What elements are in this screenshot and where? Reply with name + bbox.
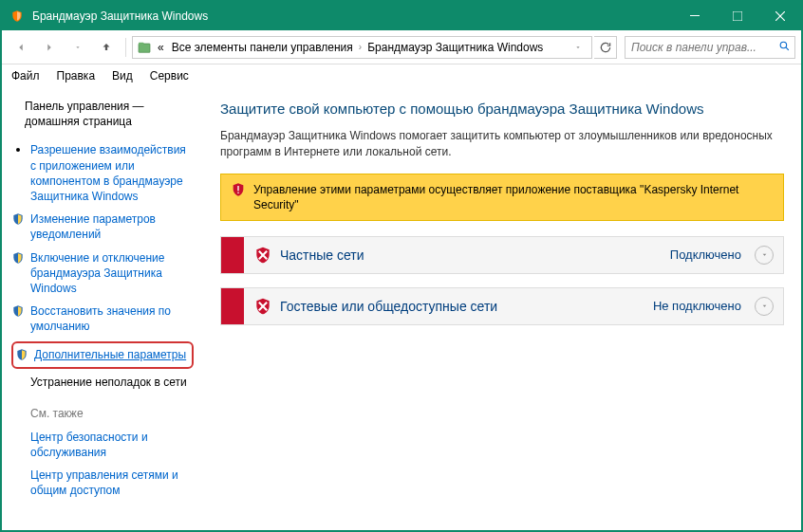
sidebar-link-security-center[interactable]: Центр безопасности и обслуживания <box>11 430 194 460</box>
status-strip <box>221 288 244 324</box>
menu-tools[interactable]: Сервис <box>150 69 189 83</box>
sidebar-item-label: Изменение параметров уведомлений <box>30 211 194 242</box>
breadcrumb-item-2[interactable]: Брандмауэр Защитника Windows <box>365 41 545 54</box>
breadcrumb-prefix: « <box>156 41 166 54</box>
svg-rect-1 <box>733 11 742 21</box>
status-strip <box>221 237 244 273</box>
forward-button[interactable] <box>36 34 63 61</box>
info-banner-text: Управление этими параметрами осуществляе… <box>253 182 774 212</box>
recent-dropdown[interactable] <box>65 34 91 61</box>
menu-view[interactable]: Вид <box>112 69 133 83</box>
page-description: Брандмауэр Защитника Windows помогает за… <box>220 128 784 160</box>
svg-rect-4 <box>139 44 150 52</box>
shield-icon <box>11 251 25 265</box>
minimize-button[interactable] <box>673 2 716 30</box>
sidebar-link-network-center[interactable]: Центр управления сетями и общим доступом <box>11 468 194 498</box>
svg-rect-0 <box>690 15 700 16</box>
search-icon[interactable] <box>778 40 791 55</box>
sidebar-item-allow-app[interactable]: Разрешение взаимодействия с приложением … <box>11 142 194 204</box>
window-controls <box>673 2 801 30</box>
breadcrumb[interactable]: « Все элементы панели управления › Бранд… <box>132 36 592 59</box>
shield-icon <box>11 212 25 226</box>
network-status: Подключено <box>670 248 741 262</box>
search-input[interactable] <box>631 41 775 54</box>
network-panel-public[interactable]: Гостевые или общедоступные сети Не подкл… <box>220 287 784 325</box>
close-button[interactable] <box>758 2 801 30</box>
sidebar-item-troubleshoot[interactable]: Устранение неполадок в сети <box>11 375 194 390</box>
network-title: Частные сети <box>280 248 663 263</box>
sidebar: Панель управления — домашняя страница Ра… <box>2 87 203 530</box>
sidebar-item-notifications[interactable]: Изменение параметров уведомлений <box>11 211 194 242</box>
sidebar-item-label: Восстановить значения по умолчанию <box>30 303 194 334</box>
network-panel-private[interactable]: Частные сети Подключено <box>220 236 784 274</box>
up-button[interactable] <box>93 34 120 61</box>
sidebar-home-link[interactable]: Панель управления — домашняя страница <box>11 99 194 129</box>
window-title: Брандмауэр Защитника Windows <box>32 9 673 23</box>
bullet-icon <box>11 143 25 156</box>
menu-file[interactable]: Файл <box>11 69 40 83</box>
svg-rect-9 <box>237 192 238 193</box>
breadcrumb-dropdown[interactable] <box>569 41 588 54</box>
sidebar-item-restore-defaults[interactable]: Восстановить значения по умолчанию <box>11 303 194 334</box>
network-status: Не подключено <box>653 299 741 313</box>
svg-rect-8 <box>237 186 238 191</box>
app-icon <box>9 9 25 24</box>
maximize-button[interactable] <box>716 2 758 30</box>
sidebar-item-advanced[interactable]: Дополнительные параметры <box>15 347 190 362</box>
sidebar-item-label: Дополнительные параметры <box>34 347 186 362</box>
refresh-button[interactable] <box>594 36 617 59</box>
shield-red-icon <box>253 246 272 265</box>
sidebar-item-label: Разрешение взаимодействия с приложением … <box>30 142 194 204</box>
svg-point-6 <box>780 42 787 48</box>
svg-rect-5 <box>139 42 143 45</box>
shield-icon <box>15 348 28 361</box>
breadcrumb-item-1[interactable]: Все элементы панели управления <box>170 41 355 54</box>
sidebar-list: Разрешение взаимодействия с приложением … <box>11 142 194 368</box>
content-body: Панель управления — домашняя страница Ра… <box>2 87 801 530</box>
navbar: « Все элементы панели управления › Бранд… <box>2 30 801 64</box>
nav-separator <box>125 38 126 57</box>
search-box[interactable] <box>625 36 795 59</box>
titlebar: Брандмауэр Защитника Windows <box>2 2 801 30</box>
warning-icon <box>231 182 246 197</box>
info-banner: Управление этими параметрами осуществляе… <box>220 174 784 221</box>
expand-button[interactable] <box>755 297 774 316</box>
sidebar-item-toggle-firewall[interactable]: Включение и отключение брандмауэра Защит… <box>11 250 194 297</box>
highlight-box: Дополнительные параметры <box>11 341 194 368</box>
back-button[interactable] <box>8 34 34 61</box>
shield-red-icon <box>253 297 272 316</box>
sidebar-item-label: Включение и отключение брандмауэра Защит… <box>30 250 194 297</box>
breadcrumb-icon <box>137 40 152 55</box>
chevron-right-icon: › <box>359 42 362 52</box>
svg-line-7 <box>786 47 789 50</box>
sidebar-see-also-heading: См. также <box>11 407 194 420</box>
menu-edit[interactable]: Правка <box>57 69 96 83</box>
menubar: Файл Правка Вид Сервис <box>2 64 801 87</box>
main-content: Защитите свой компьютер с помощью брандм… <box>203 87 801 530</box>
expand-button[interactable] <box>755 246 774 265</box>
shield-icon <box>11 304 25 318</box>
network-title: Гостевые или общедоступные сети <box>280 299 645 314</box>
page-heading: Защитите свой компьютер с помощью брандм… <box>220 101 784 117</box>
